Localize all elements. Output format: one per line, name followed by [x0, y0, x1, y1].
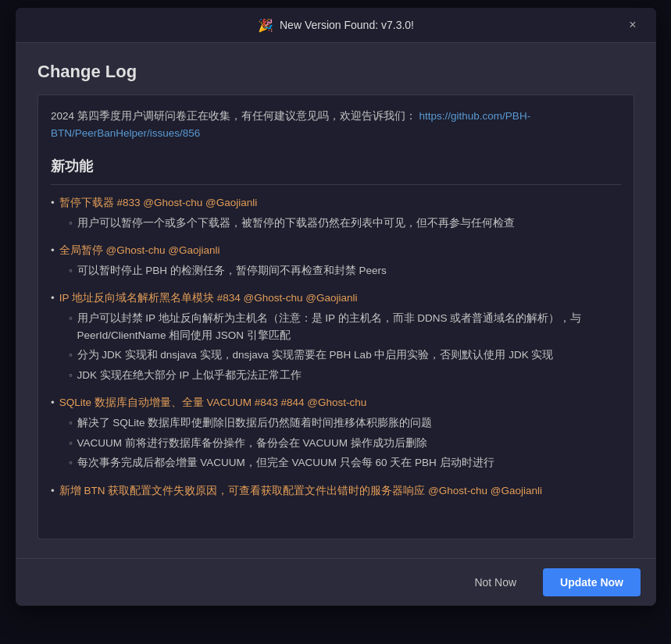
dialog-titlebar: 🎉 New Version Found: v7.3.0! × [16, 8, 656, 43]
list-item: 分为 JDK 实现和 dnsjava 实现，dnsjava 实现需要在 PBH … [69, 347, 621, 364]
list-item: 用户可以暂停一个或多个下载器，被暂停的下载器仍然在列表中可见，但不再参与任何检查 [69, 215, 621, 232]
sub-item: JDK 实现在绝大部分 IP 上似乎都无法正常工作 [77, 367, 621, 384]
list-item: 新增 BTN 获取配置文件失败原因，可查看获取配置文件出错时的服务器响应 @Gh… [51, 482, 621, 500]
sub-list: 用户可以封禁 IP 地址反向解析为主机名（注意：是 IP 的主机名，而非 DDN… [59, 310, 621, 383]
feature-item-content: 全局暂停 @Ghost-chu @Gaojianli 可以暂时停止 PBH 的检… [59, 242, 621, 282]
sub-item: 分为 JDK 实现和 dnsjava 实现，dnsjava 实现需要在 PBH … [77, 347, 621, 364]
update-now-button[interactable]: Update Now [543, 568, 641, 596]
sub-item: VACUUM 前将进行数据库备份操作，备份会在 VACUUM 操作成功后删除 [77, 435, 621, 452]
survey-text: 2024 第四季度用户调研问卷正在收集，有任何建议意见吗，欢迎告诉我们： htt… [51, 108, 621, 141]
sub-item: 每次事务完成后都会增量 VACUUM，但完全 VACUUM 只会每 60 天在 … [77, 454, 621, 471]
sub-list: 解决了 SQLite 数据库即使删除旧数据后仍然随着时间推移体积膨胀的问题 VA… [59, 415, 621, 471]
list-item: SQLite 数据库自动增量、全量 VACUUM #843 #844 @Ghos… [51, 394, 621, 474]
dialog-title-text: New Version Found: v7.3.0! [280, 19, 414, 31]
sub-list: 可以暂时停止 PBH 的检测任务，暂停期间不再检查和封禁 Peers [59, 262, 621, 279]
feature-item-content: 新增 BTN 获取配置文件失败原因，可查看获取配置文件出错时的服务器响应 @Gh… [59, 482, 621, 500]
feature-item-content: IP 地址反向域名解析黑名单模块 #834 @Ghost-chu @Gaojia… [59, 290, 621, 386]
update-dialog: 🎉 New Version Found: v7.3.0! × Change Lo… [16, 8, 656, 606]
list-item: JDK 实现在绝大部分 IP 上似乎都无法正常工作 [69, 367, 621, 384]
sub-item: 用户可以暂停一个或多个下载器，被暂停的下载器仍然在列表中可见，但不再参与任何检查 [77, 215, 621, 232]
change-log-content[interactable]: 2024 第四季度用户调研问卷正在收集，有任何建议意见吗，欢迎告诉我们： htt… [37, 94, 634, 539]
sub-item: 解决了 SQLite 数据库即使删除旧数据后仍然随着时间推移体积膨胀的问题 [77, 415, 621, 432]
feature-title: 全局暂停 @Ghost-chu @Gaojianli [59, 244, 220, 256]
feature-title: SQLite 数据库自动增量、全量 VACUUM #843 #844 @Ghos… [59, 397, 367, 408]
close-button[interactable]: × [622, 14, 644, 36]
feature-item-content: SQLite 数据库自动增量、全量 VACUUM #843 #844 @Ghos… [59, 394, 621, 474]
list-item: VACUUM 前将进行数据库备份操作，备份会在 VACUUM 操作成功后删除 [69, 435, 621, 452]
dialog-body: Change Log 2024 第四季度用户调研问卷正在收集，有任何建议意见吗，… [16, 43, 656, 558]
feature-title: IP 地址反向域名解析黑名单模块 #834 @Ghost-chu @Gaojia… [59, 292, 358, 304]
list-item: 可以暂时停止 PBH 的检测任务，暂停期间不再检查和封禁 Peers [69, 262, 621, 279]
feature-title: 新增 BTN 获取配置文件失败原因，可查看获取配置文件出错时的服务器响应 @Gh… [59, 485, 542, 496]
list-item: 全局暂停 @Ghost-chu @Gaojianli 可以暂时停止 PBH 的检… [51, 242, 621, 282]
feature-list: 暂停下载器 #833 @Ghost-chu @Gaojianli 用户可以暂停一… [51, 194, 621, 499]
feature-item-content: 暂停下载器 #833 @Ghost-chu @Gaojianli 用户可以暂停一… [59, 194, 621, 234]
dialog-footer: Not Now Update Now [16, 558, 656, 606]
list-item: 暂停下载器 #833 @Ghost-chu @Gaojianli 用户可以暂停一… [51, 194, 621, 234]
sub-item: 可以暂时停止 PBH 的检测任务，暂停期间不再检查和封禁 Peers [77, 262, 621, 279]
new-features-heading: 新功能 [51, 155, 621, 185]
party-icon: 🎉 [258, 18, 273, 33]
dialog-title-content: 🎉 New Version Found: v7.3.0! [50, 18, 622, 33]
sub-list: 用户可以暂停一个或多个下载器，被暂停的下载器仍然在列表中可见，但不再参与任何检查 [59, 215, 621, 232]
list-item: IP 地址反向域名解析黑名单模块 #834 @Ghost-chu @Gaojia… [51, 290, 621, 386]
list-item: 用户可以封禁 IP 地址反向解析为主机名（注意：是 IP 的主机名，而非 DDN… [69, 310, 621, 343]
change-log-title: Change Log [37, 62, 634, 82]
feature-title: 暂停下载器 #833 @Ghost-chu @Gaojianli [59, 197, 258, 208]
dialog-overlay: 🎉 New Version Found: v7.3.0! × Change Lo… [0, 0, 671, 644]
survey-prefix: 2024 第四季度用户调研问卷正在收集，有任何建议意见吗，欢迎告诉我们： [51, 110, 416, 122]
list-item: 每次事务完成后都会增量 VACUUM，但完全 VACUUM 只会每 60 天在 … [69, 454, 621, 471]
not-now-button[interactable]: Not Now [457, 568, 534, 596]
sub-item: 用户可以封禁 IP 地址反向解析为主机名（注意：是 IP 的主机名，而非 DDN… [77, 310, 621, 343]
list-item: 解决了 SQLite 数据库即使删除旧数据后仍然随着时间推移体积膨胀的问题 [69, 415, 621, 432]
